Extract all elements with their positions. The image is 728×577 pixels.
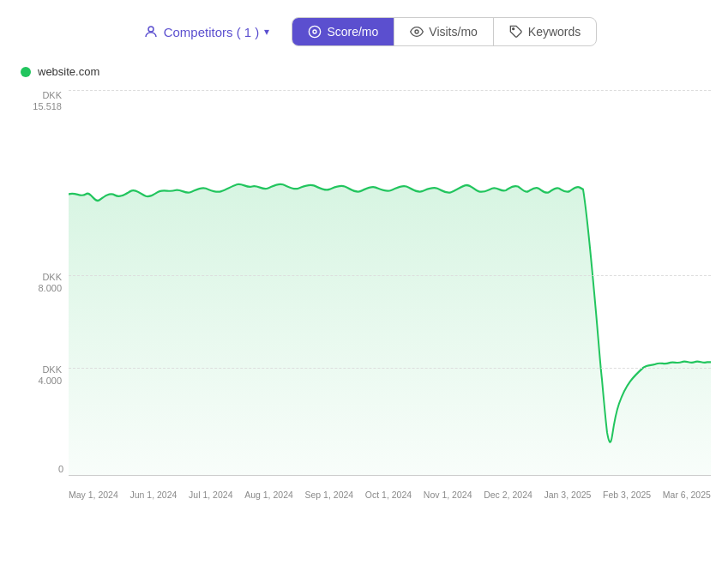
tab-score-label: Score/mo [327, 25, 378, 39]
grid-line-top [69, 90, 711, 91]
eye-circle-icon [308, 25, 322, 39]
tab-group: Score/mo Visits/mo Keywords [292, 17, 597, 46]
svg-point-1 [310, 26, 321, 37]
x-label-6: Nov 1, 2024 [424, 490, 472, 500]
chart-container: DKK15.518 DKK8.000 DKK4.000 [0, 90, 728, 510]
x-label-5: Oct 1, 2024 [365, 490, 412, 500]
chevron-down-icon: ▾ [264, 26, 269, 38]
svg-point-2 [313, 30, 316, 33]
x-label-2: Jul 1, 2024 [189, 490, 232, 500]
legend-dot [21, 67, 31, 77]
x-label-9: Feb 3, 2025 [603, 490, 651, 500]
x-axis: May 1, 2024 Jun 1, 2024 Jul 1, 2024 Aug … [69, 484, 711, 510]
tag-icon [509, 25, 523, 39]
chart-area [69, 90, 711, 476]
legend-site: website.com [38, 65, 99, 78]
zero-label: 0 [58, 464, 63, 474]
tab-visits-label: Visits/mo [429, 25, 478, 39]
svg-point-0 [148, 27, 153, 32]
svg-point-3 [415, 30, 418, 33]
svg-point-4 [513, 28, 514, 30]
x-label-4: Sep 1, 2024 [305, 490, 354, 500]
tab-keywords[interactable]: Keywords [494, 18, 596, 45]
competitors-label: Competitors ( 1 ) [164, 25, 260, 39]
y-label-low: DKK4.000 [0, 364, 69, 387]
toolbar: Competitors ( 1 ) ▾ Score/mo Visits/mo [0, 0, 728, 60]
x-label-10: Mar 6, 2025 [663, 490, 711, 500]
tab-keywords-label: Keywords [528, 25, 581, 39]
x-label-7: Dec 2, 2024 [484, 490, 532, 500]
x-label-3: Aug 1, 2024 [244, 490, 293, 500]
zero-line [69, 475, 711, 476]
grid-line-mid [69, 275, 711, 276]
eye-icon [410, 25, 424, 39]
y-axis: DKK15.518 DKK8.000 DKK4.000 [0, 90, 69, 476]
x-label-0: May 1, 2024 [69, 490, 118, 500]
x-label-1: Jun 1, 2024 [130, 490, 177, 500]
competitors-button[interactable]: Competitors ( 1 ) ▾ [131, 17, 282, 46]
tab-visits[interactable]: Visits/mo [394, 18, 494, 45]
y-label-top: DKK15.518 [0, 90, 69, 112]
chart-legend: website.com [0, 60, 728, 81]
x-label-8: Jan 3, 2025 [544, 490, 592, 500]
grid-line-low [69, 368, 711, 369]
tab-score[interactable]: Score/mo [292, 18, 394, 45]
y-label-mid: DKK8.000 [0, 272, 69, 294]
person-icon [143, 24, 159, 39]
chart-svg [69, 90, 711, 476]
